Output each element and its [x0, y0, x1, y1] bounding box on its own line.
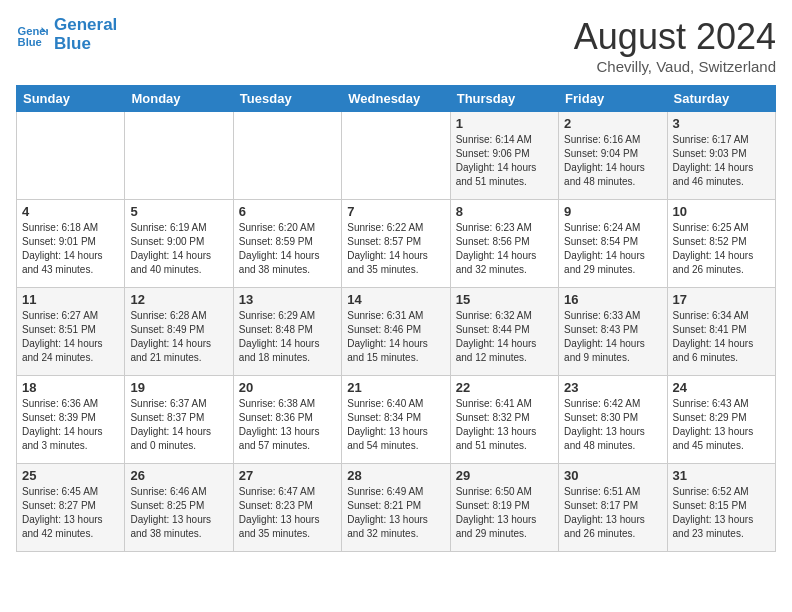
calendar-cell: 5Sunrise: 6:19 AM Sunset: 9:00 PM Daylig…: [125, 200, 233, 288]
calendar-week-5: 25Sunrise: 6:45 AM Sunset: 8:27 PM Dayli…: [17, 464, 776, 552]
month-year: August 2024: [574, 16, 776, 58]
header-sunday: Sunday: [17, 86, 125, 112]
calendar-cell: 12Sunrise: 6:28 AM Sunset: 8:49 PM Dayli…: [125, 288, 233, 376]
calendar-week-1: 1Sunrise: 6:14 AM Sunset: 9:06 PM Daylig…: [17, 112, 776, 200]
day-content: Sunrise: 6:46 AM Sunset: 8:25 PM Dayligh…: [130, 485, 227, 541]
day-content: Sunrise: 6:29 AM Sunset: 8:48 PM Dayligh…: [239, 309, 336, 365]
day-number: 15: [456, 292, 553, 307]
calendar-cell: 23Sunrise: 6:42 AM Sunset: 8:30 PM Dayli…: [559, 376, 667, 464]
day-number: 28: [347, 468, 444, 483]
calendar-cell: [125, 112, 233, 200]
day-content: Sunrise: 6:25 AM Sunset: 8:52 PM Dayligh…: [673, 221, 770, 277]
day-content: Sunrise: 6:49 AM Sunset: 8:21 PM Dayligh…: [347, 485, 444, 541]
calendar-cell: 6Sunrise: 6:20 AM Sunset: 8:59 PM Daylig…: [233, 200, 341, 288]
calendar-cell: 17Sunrise: 6:34 AM Sunset: 8:41 PM Dayli…: [667, 288, 775, 376]
day-content: Sunrise: 6:40 AM Sunset: 8:34 PM Dayligh…: [347, 397, 444, 453]
day-content: Sunrise: 6:34 AM Sunset: 8:41 PM Dayligh…: [673, 309, 770, 365]
day-content: Sunrise: 6:52 AM Sunset: 8:15 PM Dayligh…: [673, 485, 770, 541]
day-number: 6: [239, 204, 336, 219]
day-content: Sunrise: 6:31 AM Sunset: 8:46 PM Dayligh…: [347, 309, 444, 365]
calendar-cell: [342, 112, 450, 200]
header-monday: Monday: [125, 86, 233, 112]
title-block: August 2024 Chevilly, Vaud, Switzerland: [574, 16, 776, 75]
day-number: 3: [673, 116, 770, 131]
day-content: Sunrise: 6:24 AM Sunset: 8:54 PM Dayligh…: [564, 221, 661, 277]
day-content: Sunrise: 6:36 AM Sunset: 8:39 PM Dayligh…: [22, 397, 119, 453]
svg-text:Blue: Blue: [18, 36, 42, 48]
day-number: 13: [239, 292, 336, 307]
day-content: Sunrise: 6:20 AM Sunset: 8:59 PM Dayligh…: [239, 221, 336, 277]
calendar-cell: 21Sunrise: 6:40 AM Sunset: 8:34 PM Dayli…: [342, 376, 450, 464]
calendar-cell: 31Sunrise: 6:52 AM Sunset: 8:15 PM Dayli…: [667, 464, 775, 552]
calendar-cell: 29Sunrise: 6:50 AM Sunset: 8:19 PM Dayli…: [450, 464, 558, 552]
logo-icon: General Blue: [16, 19, 48, 51]
calendar-cell: 18Sunrise: 6:36 AM Sunset: 8:39 PM Dayli…: [17, 376, 125, 464]
day-number: 17: [673, 292, 770, 307]
day-number: 25: [22, 468, 119, 483]
day-number: 4: [22, 204, 119, 219]
calendar-cell: 8Sunrise: 6:23 AM Sunset: 8:56 PM Daylig…: [450, 200, 558, 288]
day-number: 14: [347, 292, 444, 307]
day-content: Sunrise: 6:22 AM Sunset: 8:57 PM Dayligh…: [347, 221, 444, 277]
calendar-cell: 25Sunrise: 6:45 AM Sunset: 8:27 PM Dayli…: [17, 464, 125, 552]
day-content: Sunrise: 6:45 AM Sunset: 8:27 PM Dayligh…: [22, 485, 119, 541]
calendar-cell: [17, 112, 125, 200]
header-friday: Friday: [559, 86, 667, 112]
day-content: Sunrise: 6:37 AM Sunset: 8:37 PM Dayligh…: [130, 397, 227, 453]
day-number: 20: [239, 380, 336, 395]
calendar-cell: 7Sunrise: 6:22 AM Sunset: 8:57 PM Daylig…: [342, 200, 450, 288]
day-number: 9: [564, 204, 661, 219]
calendar-week-4: 18Sunrise: 6:36 AM Sunset: 8:39 PM Dayli…: [17, 376, 776, 464]
day-content: Sunrise: 6:32 AM Sunset: 8:44 PM Dayligh…: [456, 309, 553, 365]
day-content: Sunrise: 6:47 AM Sunset: 8:23 PM Dayligh…: [239, 485, 336, 541]
calendar-cell: 15Sunrise: 6:32 AM Sunset: 8:44 PM Dayli…: [450, 288, 558, 376]
day-number: 31: [673, 468, 770, 483]
day-content: Sunrise: 6:38 AM Sunset: 8:36 PM Dayligh…: [239, 397, 336, 453]
page-header: General Blue GeneralBlue August 2024 Che…: [16, 16, 776, 75]
header-tuesday: Tuesday: [233, 86, 341, 112]
day-number: 7: [347, 204, 444, 219]
day-number: 27: [239, 468, 336, 483]
day-number: 12: [130, 292, 227, 307]
calendar-cell: 20Sunrise: 6:38 AM Sunset: 8:36 PM Dayli…: [233, 376, 341, 464]
header-wednesday: Wednesday: [342, 86, 450, 112]
day-content: Sunrise: 6:18 AM Sunset: 9:01 PM Dayligh…: [22, 221, 119, 277]
day-number: 2: [564, 116, 661, 131]
day-content: Sunrise: 6:14 AM Sunset: 9:06 PM Dayligh…: [456, 133, 553, 189]
logo: General Blue GeneralBlue: [16, 16, 117, 53]
calendar-cell: 4Sunrise: 6:18 AM Sunset: 9:01 PM Daylig…: [17, 200, 125, 288]
day-number: 8: [456, 204, 553, 219]
day-number: 11: [22, 292, 119, 307]
day-content: Sunrise: 6:42 AM Sunset: 8:30 PM Dayligh…: [564, 397, 661, 453]
calendar-cell: 30Sunrise: 6:51 AM Sunset: 8:17 PM Dayli…: [559, 464, 667, 552]
day-number: 18: [22, 380, 119, 395]
day-number: 23: [564, 380, 661, 395]
calendar-cell: 1Sunrise: 6:14 AM Sunset: 9:06 PM Daylig…: [450, 112, 558, 200]
day-number: 29: [456, 468, 553, 483]
calendar-table: SundayMondayTuesdayWednesdayThursdayFrid…: [16, 85, 776, 552]
location: Chevilly, Vaud, Switzerland: [574, 58, 776, 75]
day-content: Sunrise: 6:33 AM Sunset: 8:43 PM Dayligh…: [564, 309, 661, 365]
header-thursday: Thursday: [450, 86, 558, 112]
calendar-cell: 9Sunrise: 6:24 AM Sunset: 8:54 PM Daylig…: [559, 200, 667, 288]
day-number: 21: [347, 380, 444, 395]
day-content: Sunrise: 6:17 AM Sunset: 9:03 PM Dayligh…: [673, 133, 770, 189]
calendar-cell: 27Sunrise: 6:47 AM Sunset: 8:23 PM Dayli…: [233, 464, 341, 552]
day-content: Sunrise: 6:51 AM Sunset: 8:17 PM Dayligh…: [564, 485, 661, 541]
logo-text: GeneralBlue: [54, 16, 117, 53]
calendar-cell: 26Sunrise: 6:46 AM Sunset: 8:25 PM Dayli…: [125, 464, 233, 552]
calendar-cell: 24Sunrise: 6:43 AM Sunset: 8:29 PM Dayli…: [667, 376, 775, 464]
calendar-cell: 19Sunrise: 6:37 AM Sunset: 8:37 PM Dayli…: [125, 376, 233, 464]
day-content: Sunrise: 6:50 AM Sunset: 8:19 PM Dayligh…: [456, 485, 553, 541]
day-content: Sunrise: 6:28 AM Sunset: 8:49 PM Dayligh…: [130, 309, 227, 365]
day-number: 19: [130, 380, 227, 395]
day-number: 30: [564, 468, 661, 483]
calendar-cell: 14Sunrise: 6:31 AM Sunset: 8:46 PM Dayli…: [342, 288, 450, 376]
calendar-cell: [233, 112, 341, 200]
calendar-cell: 16Sunrise: 6:33 AM Sunset: 8:43 PM Dayli…: [559, 288, 667, 376]
day-content: Sunrise: 6:27 AM Sunset: 8:51 PM Dayligh…: [22, 309, 119, 365]
calendar-cell: 22Sunrise: 6:41 AM Sunset: 8:32 PM Dayli…: [450, 376, 558, 464]
calendar-cell: 3Sunrise: 6:17 AM Sunset: 9:03 PM Daylig…: [667, 112, 775, 200]
header-saturday: Saturday: [667, 86, 775, 112]
day-content: Sunrise: 6:43 AM Sunset: 8:29 PM Dayligh…: [673, 397, 770, 453]
